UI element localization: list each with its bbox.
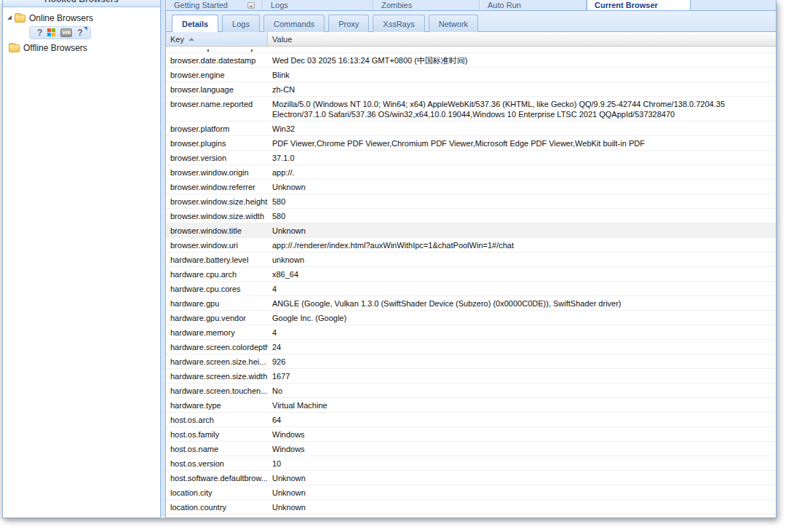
- tab-label: XssRays: [383, 20, 414, 28]
- value-cell: x86_64: [268, 267, 776, 281]
- key-cell: hardware.type: [166, 398, 268, 412]
- online-browsers-label: Online Browsers: [29, 13, 93, 23]
- main-tab-auto-run[interactable]: Auto Run: [480, 0, 587, 10]
- value-cell: 580: [268, 209, 776, 223]
- unknown-flag-icon: ?: [77, 28, 82, 38]
- table-row[interactable]: browser.window.titleUnknown: [166, 223, 776, 238]
- table-row[interactable]: browser.window.referrerUnknown: [166, 180, 776, 194]
- value-cell: unknown: [268, 253, 776, 266]
- tree-node-online-browsers[interactable]: Online Browsers: [3, 12, 160, 25]
- key-cell: hardware.cpu.cores: [166, 282, 268, 295]
- tree-node-hooked-browser[interactable]: ? vm ?: [29, 26, 91, 39]
- hooked-browsers-title: Hooked Browsers: [3, 0, 160, 4]
- key-cell: browser.window.title: [166, 223, 268, 237]
- table-row[interactable]: browser.window.originapp://.: [166, 165, 776, 180]
- key-cell: browser.language: [166, 82, 268, 96]
- sort-asc-icon: [188, 38, 194, 41]
- table-row[interactable]: hardware.cpu.cores4: [166, 282, 776, 296]
- table-row[interactable]: browser.window.uriapp://./renderer/index…: [166, 238, 776, 253]
- table-row[interactable]: browser.languagezh-CN: [166, 82, 776, 97]
- table-row[interactable]: hardware.typeVirtual Machine: [166, 398, 776, 413]
- table-row[interactable]: location.cityUnknown: [166, 485, 776, 500]
- key-cell: host.os.arch: [166, 413, 268, 426]
- table-row[interactable]: host.os.nameWindows: [166, 442, 776, 456]
- value-cell: 10: [268, 456, 776, 470]
- tab-logs[interactable]: Logs: [222, 15, 260, 32]
- main-tab-logs[interactable]: Logs: [263, 0, 373, 10]
- value-cell: 926: [268, 354, 776, 368]
- key-cell: browser.platform: [166, 122, 268, 135]
- main-tab-getting-started[interactable]: Getting Started: [166, 0, 263, 10]
- tab-network[interactable]: Network: [429, 15, 478, 32]
- tab-label: Details: [182, 20, 208, 28]
- details-grid: browser.date.datestampWed Dec 03 2025 16…: [166, 47, 776, 517]
- offline-browsers-label: Offline Browsers: [23, 43, 87, 53]
- expanded-node-icon[interactable]: [7, 15, 12, 20]
- hooked-browsers-panel: Hooked Browsers Online Browsers ? vm ? O…: [2, 0, 161, 518]
- value-cell: Mozilla/5.0 (Windows NT 10.0; Win64; x64…: [268, 97, 776, 121]
- table-row[interactable]: hardware.screen.touchen...No: [166, 384, 776, 398]
- key-cell: browser.engine: [166, 68, 268, 82]
- table-row[interactable]: browser.date.datestampWed Dec 03 2025 16…: [166, 53, 776, 68]
- value-cell: Virtual Machine: [268, 398, 776, 412]
- value-cell: Windows: [268, 442, 776, 456]
- key-cell: browser.window.referrer: [166, 180, 268, 194]
- table-row[interactable]: hardware.battery.levelunknown: [166, 253, 776, 267]
- table-row[interactable]: host.software.defaultbrow...Unknown: [166, 471, 776, 485]
- tab-proxy[interactable]: Proxy: [328, 15, 369, 32]
- value-cell: ANGLE (Google, Vulkan 1.3.0 (SwiftShader…: [268, 296, 776, 310]
- key-cell: location.country: [166, 500, 268, 514]
- column-header-value[interactable]: Value: [268, 32, 776, 46]
- main-panel: Getting StartedLogsZombiesAuto RunCurren…: [165, 0, 777, 518]
- key-cell: browser.date.datestamp: [166, 53, 268, 67]
- beef-window: Hooked Browsers Online Browsers ? vm ? O…: [2, 0, 777, 518]
- table-row[interactable]: browser.window.size.height580: [166, 194, 776, 209]
- column-header-key[interactable]: Key: [166, 32, 268, 46]
- value-cell: 4: [268, 325, 776, 339]
- main-tab-current-browser[interactable]: Current Browser: [587, 0, 691, 10]
- main-tab-zombies[interactable]: Zombies: [373, 0, 480, 10]
- value-cell: zh-CN: [268, 82, 776, 96]
- table-row[interactable]: browser.name.reportedMozilla/5.0 (Window…: [166, 97, 776, 122]
- key-cell: hardware.gpu.vendor: [166, 311, 268, 325]
- tree-node-offline-browsers[interactable]: Offline Browsers: [3, 41, 160, 55]
- table-row[interactable]: hardware.screen.size.hei...926: [166, 354, 776, 369]
- table-row[interactable]: host.os.familyWindows: [166, 427, 776, 442]
- value-cell: app://./renderer/index.html?auxWinWithIp…: [268, 238, 776, 252]
- value-cell: Windows: [268, 427, 776, 441]
- value-cell: 580: [268, 194, 776, 208]
- key-cell: browser.window.origin: [166, 165, 268, 179]
- table-row[interactable]: host.os.version10: [166, 456, 776, 471]
- value-cell: Unknown: [268, 485, 776, 499]
- main-tab-label: Current Browser: [595, 1, 658, 9]
- tab-commands[interactable]: Commands: [263, 15, 325, 32]
- key-cell: hardware.memory: [166, 325, 268, 339]
- table-row[interactable]: hardware.gpuANGLE (Google, Vulkan 1.3.0 …: [166, 296, 776, 311]
- clipped-row: [166, 47, 776, 53]
- table-row[interactable]: hardware.cpu.archx86_64: [166, 267, 776, 282]
- scroll-up-icon[interactable]: [247, 2, 255, 9]
- table-row[interactable]: host.os.arch64: [166, 413, 776, 427]
- table-row[interactable]: hardware.screen.size.width1677: [166, 369, 776, 384]
- value-cell: 4: [268, 282, 776, 295]
- tab-xssrays[interactable]: XssRays: [373, 15, 424, 32]
- value-cell: Wed Dec 03 2025 16:13:24 GMT+0800 (中国标准时…: [268, 53, 776, 67]
- table-row[interactable]: browser.platformWin32: [166, 122, 776, 136]
- table-row[interactable]: hardware.gpu.vendorGoogle Inc. (Google): [166, 311, 776, 325]
- table-row[interactable]: location.countryUnknown: [166, 500, 776, 515]
- key-cell: hardware.screen.colordepth: [166, 340, 268, 354]
- table-row[interactable]: browser.pluginsPDF Viewer,Chrome PDF Vie…: [166, 136, 776, 151]
- grid-header: Key Value: [166, 32, 776, 47]
- value-cell: Blink: [268, 68, 776, 82]
- table-row[interactable]: hardware.screen.colordepth24: [166, 340, 776, 354]
- browser-tree: Online Browsers ? vm ? Offline Browsers: [3, 7, 160, 55]
- table-row[interactable]: browser.window.size.width580: [166, 209, 776, 223]
- table-row[interactable]: browser.version37.1.0: [166, 151, 776, 165]
- vm-badge-icon: vm: [60, 28, 72, 37]
- key-cell: browser.window.size.height: [166, 194, 268, 208]
- table-row[interactable]: hardware.memory4: [166, 325, 776, 340]
- key-cell: browser.plugins: [166, 136, 268, 150]
- tab-details[interactable]: Details: [172, 15, 218, 33]
- key-cell: hardware.cpu.arch: [166, 267, 268, 281]
- table-row[interactable]: browser.engineBlink: [166, 68, 776, 82]
